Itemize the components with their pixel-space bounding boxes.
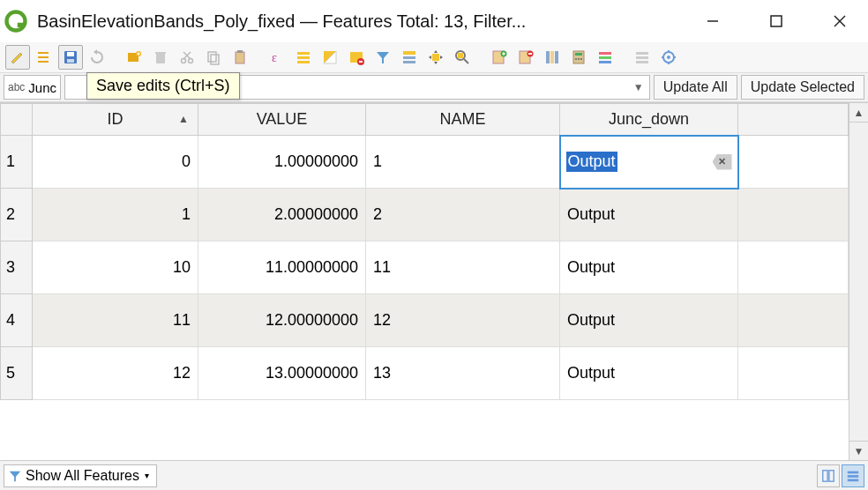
editing-value[interactable]: Output: [566, 152, 617, 172]
svg-rect-41: [546, 51, 550, 63]
toolbar: ε: [0, 42, 868, 72]
cell-value[interactable]: 11.00000000: [198, 241, 366, 294]
field-calculator-icon[interactable]: [566, 45, 591, 70]
chevron-down-icon: ▾: [145, 471, 149, 480]
delete-feature-icon[interactable]: [148, 45, 173, 70]
svg-line-34: [464, 59, 468, 63]
svg-rect-8: [38, 61, 49, 63]
update-all-button[interactable]: Update All: [654, 75, 737, 100]
statusbar: Show All Features ▾: [0, 460, 868, 490]
close-button[interactable]: [824, 5, 856, 37]
deselect-all-icon[interactable]: [344, 45, 369, 70]
new-field-icon[interactable]: [487, 45, 512, 70]
column-header-name[interactable]: NAME: [366, 104, 560, 136]
add-feature-icon[interactable]: [122, 45, 146, 70]
row-number[interactable]: 1: [1, 136, 33, 189]
toggle-editing-icon[interactable]: [5, 45, 30, 70]
column-header-extra: [738, 104, 849, 136]
clear-icon[interactable]: [713, 154, 732, 170]
organize-columns-icon[interactable]: [540, 45, 565, 70]
cell-value[interactable]: 2.00000000: [198, 189, 366, 241]
table-row[interactable]: 51213.0000000013Output: [1, 347, 849, 400]
cell-junc-down[interactable]: Output: [560, 241, 738, 294]
minimize-button[interactable]: [697, 5, 729, 37]
vertical-scrollbar[interactable]: ▲ ▼: [849, 103, 868, 460]
cell-extra: [738, 136, 849, 189]
sort-asc-icon: ▲: [178, 113, 189, 125]
reload-icon[interactable]: [85, 45, 109, 70]
row-number[interactable]: 4: [1, 294, 33, 347]
svg-point-0: [7, 12, 26, 31]
row-number[interactable]: 3: [1, 241, 33, 294]
show-all-features-button[interactable]: Show All Features ▾: [4, 464, 157, 487]
window-controls: [697, 5, 856, 37]
svg-rect-28: [359, 61, 363, 63]
column-header-junc-down[interactable]: Junc_down: [560, 104, 738, 136]
copy-icon[interactable]: [201, 45, 226, 70]
cell-extra: [738, 241, 849, 294]
cell-name[interactable]: 12: [366, 294, 560, 347]
cell-id[interactable]: 1: [33, 189, 198, 241]
save-edits-icon[interactable]: [58, 45, 83, 70]
move-selection-top-icon[interactable]: [397, 45, 422, 70]
maximize-button[interactable]: [760, 5, 792, 37]
actions-icon[interactable]: [630, 45, 655, 70]
cell-extra: [738, 347, 849, 400]
cell-extra: [738, 189, 849, 241]
table-row[interactable]: 101.000000001Output: [1, 136, 849, 189]
invert-selection-icon[interactable]: [318, 45, 342, 70]
pan-to-selected-icon[interactable]: [423, 45, 448, 70]
row-number[interactable]: 5: [1, 347, 33, 400]
field-selector[interactable]: abc Junc: [4, 75, 61, 100]
cell-extra: [738, 294, 849, 347]
svg-rect-60: [848, 475, 858, 478]
table-row[interactable]: 41112.0000000012Output: [1, 294, 849, 347]
cell-id[interactable]: 11: [33, 294, 198, 347]
svg-rect-59: [848, 471, 858, 473]
cell-id[interactable]: 12: [33, 347, 198, 400]
table-row[interactable]: 212.000000002Output: [1, 189, 849, 241]
delete-field-icon[interactable]: [513, 45, 538, 70]
cell-id[interactable]: 10: [33, 241, 198, 294]
dock-icon[interactable]: [656, 45, 681, 70]
scroll-track[interactable]: [849, 122, 868, 441]
cell-junc-down[interactable]: Output: [560, 347, 738, 400]
svg-rect-11: [67, 59, 74, 63]
expression-select-icon[interactable]: ε: [265, 45, 289, 70]
scroll-up-icon[interactable]: ▲: [849, 103, 868, 122]
filter-selection-icon[interactable]: [370, 45, 395, 70]
column-header-value[interactable]: VALUE: [198, 104, 366, 136]
conditional-format-icon[interactable]: [593, 45, 617, 70]
cell-name[interactable]: 11: [366, 241, 560, 294]
titlebar: BasinElevationBands_Poly_fixed — Feature…: [0, 0, 868, 42]
cell-name[interactable]: 2: [366, 189, 560, 241]
cut-icon[interactable]: [175, 45, 199, 70]
svg-rect-42: [550, 51, 554, 63]
select-all-icon[interactable]: [291, 45, 316, 70]
cell-value[interactable]: 13.00000000: [198, 347, 366, 400]
svg-rect-15: [155, 52, 166, 54]
cell-id[interactable]: 0: [33, 136, 198, 189]
cell-junc-down[interactable]: Output: [560, 189, 738, 241]
svg-point-47: [578, 58, 580, 60]
update-selected-button[interactable]: Update Selected: [741, 75, 864, 100]
table-view-icon[interactable]: [842, 464, 864, 487]
cell-junc-down[interactable]: Output: [560, 136, 738, 189]
cell-name[interactable]: 13: [366, 347, 560, 400]
zoom-to-selected-icon[interactable]: [450, 45, 475, 70]
cell-value[interactable]: 12.00000000: [198, 294, 366, 347]
cell-value[interactable]: 1.00000000: [198, 136, 366, 189]
chevron-down-icon[interactable]: ▼: [633, 81, 644, 93]
svg-point-17: [189, 59, 193, 63]
scroll-down-icon[interactable]: ▼: [849, 441, 868, 460]
column-header-id[interactable]: ID▲: [33, 104, 198, 136]
paste-icon[interactable]: [228, 45, 252, 70]
attribute-table[interactable]: ID▲ VALUE NAME Junc_down 101.000000001Ou…: [0, 103, 849, 400]
cell-name[interactable]: 1: [366, 136, 560, 189]
multi-edit-icon[interactable]: [32, 45, 56, 70]
table-row[interactable]: 31011.0000000011Output: [1, 241, 849, 294]
row-number[interactable]: 2: [1, 189, 33, 241]
cell-junc-down[interactable]: Output: [560, 294, 738, 347]
svg-rect-30: [403, 56, 415, 59]
form-view-icon[interactable]: [817, 464, 840, 487]
